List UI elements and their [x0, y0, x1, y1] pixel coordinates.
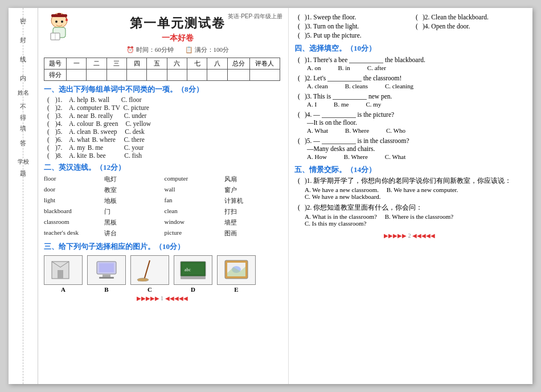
sentence-5: )5. Put up the picture.	[305, 32, 362, 39]
option-b: B. Where	[345, 127, 369, 134]
option-b: B. bee	[89, 152, 122, 159]
option-b: B. me	[334, 101, 349, 108]
score-cell-grader	[249, 70, 280, 81]
options-4-2: A. clean B. cleans C. cleaning	[307, 83, 524, 89]
arrow-right-r: ◀◀◀◀◀	[412, 232, 435, 239]
time-label: ⏰ 时间：60分钟	[126, 46, 174, 54]
time-value: 时间：60分钟	[136, 46, 174, 53]
blank-4-4	[322, 110, 356, 118]
q-num: )4.	[55, 120, 67, 127]
paren: (	[44, 96, 53, 103]
match-zh: 电灯	[104, 174, 160, 184]
score-cell-2	[87, 70, 106, 81]
option-a: A. I	[307, 101, 317, 108]
paren: (	[294, 204, 304, 211]
score-cell-6	[167, 70, 187, 81]
left-margin: 密 封 线 内 姓名 不 得 填 答 学校 题	[9, 8, 38, 384]
image-item-b: B	[87, 255, 126, 293]
svg-rect-15	[99, 277, 114, 279]
list-item: ( )5. Put up the picture.	[294, 32, 407, 39]
sentence-3: )3. Turn on the light.	[305, 23, 359, 30]
score-table: 题号 一 二 三 四 五 六 七 八 总分 评卷人 得分	[44, 58, 280, 81]
paren: (	[294, 111, 304, 118]
textbook-label: 英语·PEP·四年级上册	[228, 13, 282, 21]
sentences-grid: ( )1. Sweep the floor. ( )2. Clean the b…	[294, 14, 524, 40]
list-item: ( )1. There's a bee the blackboard.	[294, 55, 524, 63]
page-number-right: ▶▶▶▶▶ 2 ◀◀◀◀◀	[294, 232, 524, 239]
match-zh: 地板	[104, 196, 160, 206]
list-item: ( )4. — is the picture?	[294, 110, 524, 118]
table-row: ( )1. A. help B. wall C. floor	[44, 96, 280, 103]
image-box-a	[44, 255, 83, 285]
match-zh2: 图画	[224, 228, 280, 238]
option-b: B. wall	[91, 96, 119, 103]
svg-text:abc: abc	[185, 267, 191, 272]
score-value: 满分：100分	[195, 46, 229, 53]
option-a: A. what	[69, 136, 89, 143]
match-en: door	[44, 185, 100, 195]
option-c: C. Who	[386, 127, 405, 134]
image-box-b	[87, 255, 126, 285]
paren: (	[294, 137, 304, 144]
option-c: C. desk	[125, 128, 145, 135]
match-en: teacher's desk	[44, 228, 100, 238]
score-label: 📋 满分：100分	[185, 46, 229, 54]
option-c: C. yellow	[125, 120, 151, 127]
image-box-d: abc	[174, 255, 212, 285]
paren: (	[294, 177, 304, 184]
left-page: 英语·PEP·四年级上册 第一单元测试卷 一本好卷 ⏰ 时间：60分钟 📋 满分…	[38, 8, 289, 384]
list-item: ( )1. Sweep the floor.	[294, 14, 407, 21]
option-b: B. green	[96, 120, 123, 127]
svg-point-6	[61, 21, 63, 23]
table-header-3: 三	[106, 58, 126, 70]
list-item: ( )3. Turn on the light.	[294, 23, 407, 30]
options-4-1: A. on B. in C. after	[307, 64, 524, 71]
svg-rect-14	[103, 275, 110, 277]
paren: (	[294, 56, 304, 63]
option-a: A. What	[307, 127, 328, 134]
option-a: A. clean	[69, 128, 91, 135]
image-box-c	[130, 255, 169, 285]
table-header-grader: 评卷人	[249, 58, 280, 70]
option-b: B. Where	[344, 153, 368, 160]
paren: (	[44, 120, 53, 127]
score-cell-1	[67, 70, 87, 81]
option-c: C. picture	[123, 104, 149, 111]
q-num: )3.	[55, 112, 67, 119]
option-b: B. TV	[104, 104, 121, 111]
option-a: A. computer	[69, 104, 101, 111]
image-label-d: D	[174, 286, 212, 293]
q5-2-text: )2. 你想知道教室里面有什么，你会问：	[305, 203, 423, 212]
option-b: B. sweep	[93, 128, 122, 135]
match-zh: 教室	[104, 185, 160, 195]
section1-title: 一、选出下列每组单词中不同类的一项。（8分）	[44, 84, 280, 95]
svg-point-5	[55, 21, 58, 23]
s5-q1-options: A. We have a new classroom. B. We have a…	[305, 186, 524, 200]
match-zh: 讲台	[104, 228, 160, 238]
page-num-value: 1	[161, 295, 163, 301]
right-page: ( )1. Sweep the floor. ( )2. Clean the b…	[289, 8, 532, 384]
option-a: A. How	[307, 153, 327, 160]
option-a: A. on	[307, 64, 321, 71]
blank-4-2	[327, 74, 362, 81]
match-en: floor	[44, 174, 100, 184]
paren: (	[44, 128, 53, 135]
list-item: ( )5. — is in the classroom?	[294, 136, 524, 144]
paren: (	[44, 112, 53, 119]
match-en2: picture	[165, 228, 220, 238]
q4-5-text: )5. — is in the classroom?	[305, 136, 409, 144]
option-b: B. really	[91, 112, 122, 119]
page-num-value-r: 2	[408, 232, 411, 239]
section3-title: 三、给下列句子选择相应的图片。（10分）	[44, 242, 280, 252]
option-b: B. in	[338, 64, 350, 71]
q-num: )8.	[55, 152, 67, 159]
match-zh2: 风扇	[224, 174, 280, 184]
sentence-1: )1. Sweep the floor.	[305, 14, 356, 21]
q-num: )1.	[55, 96, 67, 103]
image-item-d: abc D	[174, 255, 212, 293]
option-a: A. near	[69, 112, 88, 119]
blank-4-5	[322, 136, 356, 144]
q-num: )2.	[55, 104, 67, 111]
list-item: ( )3. This is new pen.	[294, 92, 524, 100]
list-item: ( )2. Let's the classroom!	[294, 74, 524, 81]
